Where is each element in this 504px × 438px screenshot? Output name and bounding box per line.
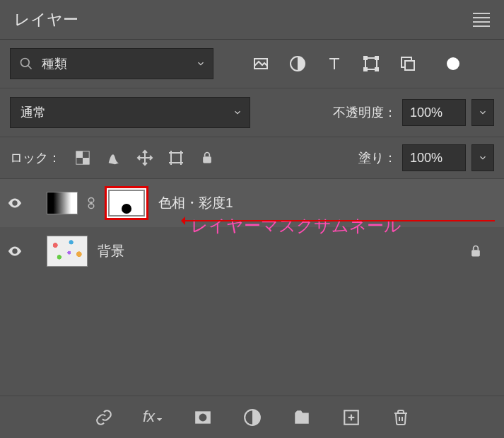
layer-thumbnail[interactable] — [47, 236, 88, 267]
fill-stepper[interactable] — [471, 144, 494, 171]
opacity-stepper[interactable] — [471, 99, 494, 126]
svg-rect-12 — [405, 61, 414, 70]
opacity-input[interactable]: 100% — [402, 99, 466, 126]
visibility-toggle[interactable] — [7, 195, 25, 211]
svg-point-0 — [21, 59, 30, 67]
svg-rect-14 — [76, 151, 83, 158]
panel-menu-button[interactable] — [473, 13, 490, 27]
blend-mode-select[interactable]: 通常 — [10, 97, 250, 128]
filter-smartobject-icon[interactable] — [399, 54, 417, 73]
layer-mask-thumbnail[interactable] — [105, 186, 148, 220]
annotation-arrow — [184, 220, 495, 221]
svg-rect-8 — [375, 57, 378, 59]
filter-kind-label: 種類 — [42, 55, 67, 72]
svg-rect-9 — [364, 68, 367, 71]
lock-all-icon[interactable] — [198, 149, 216, 167]
svg-rect-15 — [83, 158, 89, 164]
filter-toggle-switch[interactable] — [444, 54, 462, 73]
layer-name[interactable]: 色相・彩度1 — [158, 194, 233, 212]
fill-label: 塗り： — [358, 149, 397, 166]
fill-input[interactable]: 100% — [402, 144, 466, 171]
add-mask-button[interactable] — [193, 408, 213, 427]
svg-rect-31 — [471, 250, 480, 256]
filter-type-icon[interactable] — [325, 54, 344, 73]
layer-name[interactable]: 背景 — [98, 242, 124, 260]
filter-adjustment-icon[interactable] — [288, 54, 307, 73]
svg-point-33 — [199, 413, 206, 421]
lock-transparent-icon[interactable] — [74, 149, 92, 167]
lock-indicator[interactable] — [469, 244, 483, 258]
lock-image-icon[interactable] — [105, 149, 123, 167]
new-layer-button[interactable] — [341, 408, 361, 427]
filter-kind-select[interactable]: 種類 — [10, 48, 213, 79]
visibility-toggle[interactable] — [7, 243, 25, 259]
layer-style-button[interactable]: fx⏷ — [143, 408, 163, 427]
adjustment-thumbnail[interactable] — [47, 192, 78, 214]
search-icon — [19, 57, 33, 71]
blend-mode-label: 通常 — [20, 104, 46, 121]
new-adjustment-button[interactable] — [242, 408, 262, 427]
svg-rect-7 — [364, 57, 367, 59]
panel-title: レイヤー — [14, 9, 78, 30]
lock-label: ロック： — [10, 149, 61, 166]
layer-row[interactable]: 背景 — [0, 227, 504, 275]
lock-position-icon[interactable] — [136, 149, 154, 167]
svg-rect-27 — [203, 156, 211, 163]
svg-rect-18 — [171, 153, 181, 163]
link-layers-button[interactable] — [94, 408, 114, 427]
svg-line-1 — [28, 66, 32, 69]
delete-layer-button[interactable] — [391, 408, 411, 427]
svg-rect-10 — [375, 68, 378, 71]
lock-artboard-icon[interactable] — [167, 149, 185, 167]
opacity-label: 不透明度： — [333, 104, 397, 121]
new-group-button[interactable] — [292, 408, 312, 427]
filter-shape-icon[interactable] — [362, 54, 380, 73]
chevron-down-icon — [233, 108, 242, 117]
layer-row[interactable]: 色相・彩度1 レイヤーマスクサムネール — [0, 179, 504, 227]
chevron-down-icon — [196, 59, 206, 69]
link-icon — [85, 195, 98, 212]
filter-pixel-icon[interactable] — [252, 54, 270, 73]
